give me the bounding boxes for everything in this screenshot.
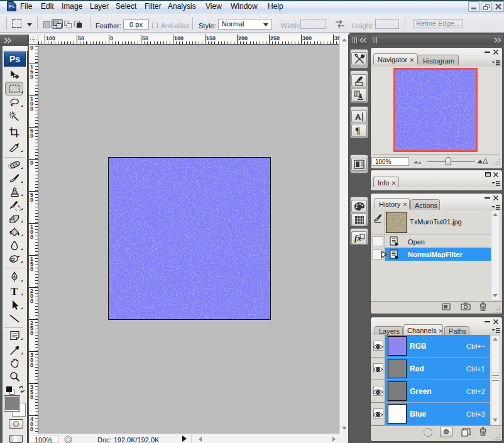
svg-text:¶: ¶ [355, 126, 360, 135]
svg-text:T: T [11, 286, 18, 297]
svg-text:A: A [355, 112, 361, 122]
